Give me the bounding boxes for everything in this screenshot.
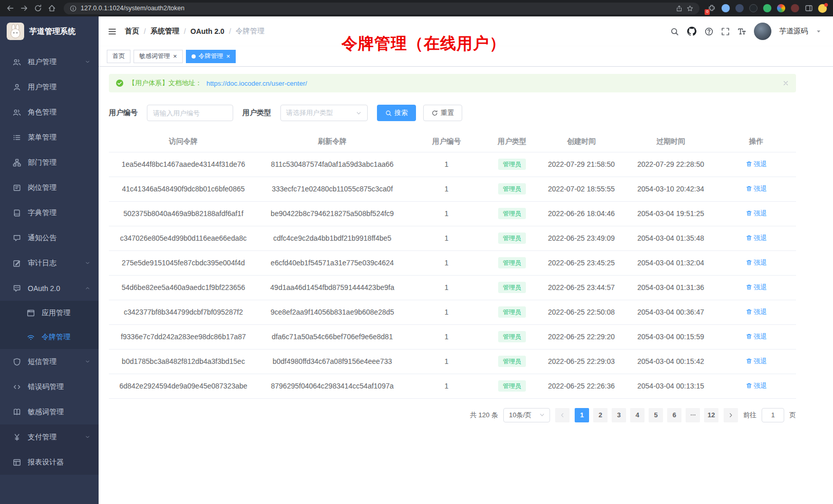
sidebar-item[interactable]: 敏感词管理 [0, 399, 99, 424]
extension-icon[interactable] [735, 4, 744, 13]
sidebar-item[interactable]: 菜单管理 [0, 125, 99, 150]
sidebar-item[interactable]: 报表设计器 [0, 450, 99, 475]
site-info-icon[interactable] [70, 5, 77, 12]
user-id-input[interactable] [147, 105, 233, 121]
cell: 1 [407, 275, 486, 300]
share-icon[interactable] [676, 5, 683, 12]
header-search-icon[interactable] [670, 27, 679, 36]
column-header: 用户类型 [486, 131, 538, 152]
tab-close-icon[interactable]: × [226, 53, 231, 60]
reset-button[interactable]: 重置 [423, 105, 462, 121]
force-logout-button[interactable]: 强退 [746, 184, 767, 193]
sidebar-item[interactable]: OAuth 2.0 [0, 276, 99, 301]
user-type-select[interactable]: 请选择用户类型 [280, 105, 368, 121]
tab[interactable]: 敏感词管理× [134, 50, 183, 63]
pagination-page[interactable]: 1 [575, 408, 589, 422]
sidebar-subitem[interactable]: 令牌管理 [0, 325, 99, 349]
sidebar-item-label: 字典管理 [28, 208, 90, 218]
username[interactable]: 芋道源码 [779, 27, 808, 36]
browser-forward-icon[interactable] [20, 4, 28, 12]
users-icon [13, 58, 21, 66]
sidebar-item[interactable]: 错误码管理 [0, 374, 99, 399]
menu-toggle-icon[interactable] [108, 27, 117, 36]
force-logout-button[interactable]: 强退 [746, 357, 767, 366]
force-logout-button[interactable]: 强退 [746, 234, 767, 243]
pagination-page[interactable]: 2 [593, 408, 608, 422]
extension-icon[interactable] [749, 4, 758, 13]
select-placeholder: 请选择用户类型 [286, 108, 333, 118]
breadcrumb-item[interactable]: OAuth 2.0 [191, 27, 224, 35]
bookmark-star-icon[interactable] [687, 5, 693, 12]
breadcrumb-item[interactable]: 令牌管理 [236, 27, 264, 36]
search-button[interactable]: 搜索 [377, 105, 416, 121]
sidebar-item[interactable]: 支付管理 [0, 424, 99, 450]
breadcrumb-item[interactable]: 系统管理 [150, 27, 179, 36]
extension-icon[interactable] [763, 4, 771, 13]
cell: 管理员 [486, 324, 538, 349]
pagination-page[interactable]: 12 [704, 408, 718, 422]
edit-icon [13, 259, 21, 267]
extension-puzzle-icon[interactable]: 0 [707, 4, 716, 13]
sidebar-item[interactable]: 字典管理 [0, 200, 99, 225]
user-type-badge: 管理员 [498, 356, 526, 367]
sidebar-item-label: 令牌管理 [42, 333, 90, 342]
app-logo[interactable]: 芋道管理系统 [0, 16, 99, 46]
force-logout-button[interactable]: 强退 [746, 160, 767, 169]
pagination-page[interactable]: 3 [612, 408, 626, 422]
tab-close-icon[interactable]: × [173, 53, 177, 60]
profile-avatar[interactable] [818, 4, 827, 13]
force-logout-button[interactable]: 强退 [746, 381, 767, 391]
sidebar-item[interactable]: 用户管理 [0, 74, 99, 100]
extension-icon[interactable] [721, 4, 730, 13]
sidebar-item[interactable]: 审计日志 [0, 250, 99, 276]
sidebar-item[interactable]: 岗位管理 [0, 175, 99, 200]
pagination-next-button[interactable] [724, 408, 738, 422]
alert-link[interactable]: https://doc.iocoder.cn/user-center/ [206, 80, 307, 87]
browser-reload-icon[interactable] [34, 4, 42, 12]
cell: 2054-03-04 00:13:15 [625, 374, 716, 398]
address-bar[interactable]: 127.0.0.1:1024/system/oauth2/token [64, 3, 699, 14]
user-avatar[interactable] [754, 23, 771, 40]
chevron-down-icon [539, 412, 545, 418]
token-table: 访问令牌刷新令牌用户编号用户类型创建时间过期时间操作 1ea5e44f8bc14… [109, 131, 796, 399]
goto-page-input[interactable] [762, 408, 784, 422]
page-size-select[interactable]: 10条/页 [503, 408, 550, 422]
pagination-page[interactable]: 6 [667, 408, 681, 422]
force-logout-button[interactable]: 强退 [746, 332, 767, 341]
sidebar-subitem[interactable]: 应用管理 [0, 301, 99, 325]
force-logout-button[interactable]: 强退 [746, 283, 767, 292]
table-row: 1ea5e44f8bc1467aaede43144f31de76811c5304… [109, 152, 796, 177]
pagination-prev-button[interactable] [555, 408, 570, 422]
sidebar-item[interactable]: 角色管理 [0, 100, 99, 125]
sidebar-item[interactable]: 租户管理 [0, 49, 99, 74]
sidebar-item[interactable]: 部门管理 [0, 150, 99, 175]
alert-close-icon[interactable] [782, 80, 789, 87]
cell: 8796295f04064c2983414cc54af1097a [258, 374, 407, 398]
pagination-page[interactable]: 4 [630, 408, 645, 422]
force-logout-button[interactable]: 强退 [746, 209, 767, 218]
browser-back-icon[interactable] [6, 4, 14, 12]
tab[interactable]: 首页 [107, 50, 130, 63]
sidebar-item[interactable]: 通知公告 [0, 225, 99, 250]
browser-home-icon[interactable] [48, 4, 56, 12]
help-icon[interactable] [705, 27, 713, 36]
font-size-icon[interactable] [737, 27, 746, 36]
extension-icon[interactable] [790, 4, 799, 13]
caret-down-icon[interactable] [816, 28, 822, 34]
fullscreen-icon[interactable] [721, 27, 730, 36]
sidebar-item[interactable]: 短信管理 [0, 349, 99, 374]
github-icon[interactable] [687, 26, 697, 36]
sidebar-item-label: 支付管理 [28, 433, 78, 442]
chevron-down-icon [355, 110, 362, 117]
force-logout-button[interactable]: 强退 [746, 307, 767, 317]
force-logout-button[interactable]: 强退 [746, 258, 767, 267]
table-body: 1ea5e44f8bc1467aaede43144f31de76811c5304… [109, 152, 796, 398]
extension-icon[interactable] [777, 4, 785, 13]
pagination-more[interactable] [686, 408, 700, 422]
breadcrumb-item[interactable]: 首页 [125, 27, 139, 36]
table-head: 访问令牌刷新令牌用户编号用户类型创建时间过期时间操作 [109, 131, 796, 152]
tab[interactable]: 令牌管理× [186, 50, 236, 63]
side-panel-icon[interactable] [804, 4, 813, 13]
trash-icon [746, 235, 752, 241]
pagination-page[interactable]: 5 [649, 408, 663, 422]
